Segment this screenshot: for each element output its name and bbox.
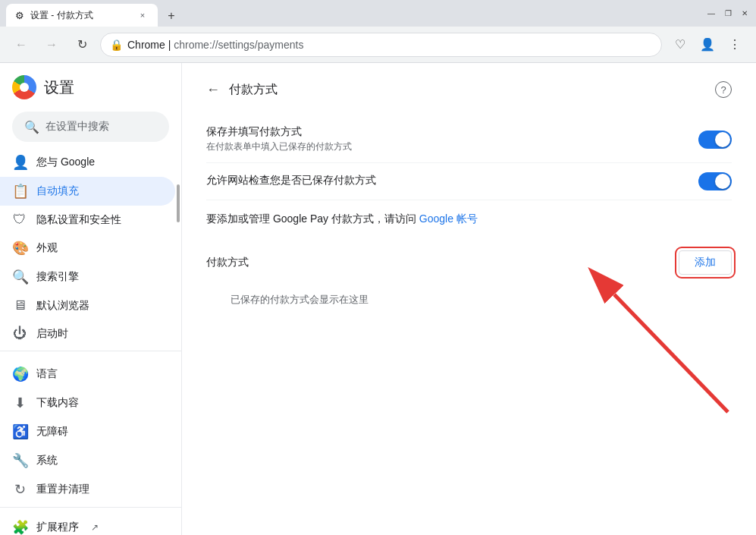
tab-close-button[interactable]: × [136, 9, 149, 21]
toolbar-actions: ♡ 👤 ⋮ [668, 33, 747, 57]
sidebar-item-label: 重置并清理 [36, 483, 89, 496]
extensions-icon: 🧩 [12, 519, 27, 535]
google-account-link[interactable]: Google 帐号 [419, 212, 478, 225]
sidebar-item-search[interactable]: 🔍 搜索引擎 [0, 263, 175, 291]
settings-title: 设置 [44, 77, 74, 98]
setting-desc-save: 在付款表单中填入已保存的付款方式 [206, 140, 352, 153]
window-controls: — ❐ ✕ [706, 8, 750, 19]
empty-state: 已保存的付款方式会显示在这里 [206, 281, 732, 319]
sidebar-item-browser[interactable]: 🖥 默认浏览器 [0, 291, 175, 319]
sidebar-item-label: 外观 [36, 241, 58, 255]
payment-section-header: 付款方式 添加 [206, 238, 732, 281]
google-pay-section: 要添加或管理 Google Pay 付款方式，请访问 Google 帐号 [206, 200, 732, 238]
back-button[interactable]: ← [206, 82, 220, 98]
sidebar-item-reset[interactable]: ↻ 重置并清理 [0, 475, 175, 504]
sidebar-item-language[interactable]: 🌍 语言 [0, 360, 175, 389]
tab-bar: ⚙ 设置 - 付款方式 × + [6, 0, 182, 27]
setting-info-allow: 允许网站检查您是否已保存付款方式 [206, 174, 376, 189]
security-icon: 🔒 [110, 39, 123, 51]
browser-content: 设置 🔍 在设置中搜索 👤 您与 Google 📋 自动填充 🛡 隐私设置和安全… [0, 63, 756, 535]
profile-icon[interactable]: 👤 [695, 33, 720, 57]
bookmark-icon[interactable]: ♡ [668, 33, 692, 57]
page-header: ← 付款方式 ? [206, 81, 732, 98]
sidebar-item-label: 默认浏览器 [36, 299, 89, 313]
sidebar-scrollbar [177, 184, 180, 222]
sidebar-item-label: 搜索引擎 [36, 270, 79, 284]
sidebar-divider [0, 351, 181, 357]
forward-button[interactable]: → [39, 33, 64, 57]
sidebar-header: 设置 [0, 69, 181, 112]
tab-title: 设置 - 付款方式 [30, 9, 93, 22]
autofill-icon: 📋 [12, 183, 27, 200]
sidebar-item-label: 扩展程序 [36, 521, 79, 534]
search-placeholder: 在设置中搜索 [45, 120, 109, 134]
sidebar-item-label: 隐私设置和安全性 [36, 213, 121, 227]
back-button[interactable]: ← [9, 33, 33, 57]
sidebar-item-label: 系统 [36, 454, 58, 467]
search-bar[interactable]: 🔍 在设置中搜索 [12, 112, 169, 142]
sidebar-item-downloads[interactable]: ⬇ 下载内容 [0, 389, 175, 417]
section-label: 付款方式 [206, 256, 249, 269]
sidebar-item-privacy[interactable]: 🛡 隐私设置和安全性 [0, 206, 175, 234]
save-payment-toggle[interactable] [698, 131, 732, 149]
accessibility-icon: ♿ [12, 423, 27, 440]
sidebar-item-label: 启动时 [36, 327, 68, 341]
setting-label-save: 保存并填写付款方式 [206, 125, 352, 139]
refresh-button[interactable]: ↻ [70, 33, 94, 57]
language-icon: 🌍 [12, 366, 27, 382]
close-button[interactable]: ✕ [739, 8, 750, 19]
address-bar[interactable]: 🔒 Chrome | chrome://settings/payments [100, 33, 662, 57]
sidebar-item-system[interactable]: 🔧 系统 [0, 446, 175, 475]
sidebar-item-extensions[interactable]: 🧩 扩展程序 ↗ [0, 513, 175, 535]
page-title: 付款方式 [229, 82, 278, 98]
content-area: ← 付款方式 ? 保存并填写付款方式 在付款表单中填入已保存的付款方式 允许网站… [182, 63, 756, 535]
sidebar-item-label: 下载内容 [36, 396, 79, 410]
titlebar: ⚙ 设置 - 付款方式 × + — ❐ ✕ [0, 0, 756, 27]
page-header-left: ← 付款方式 [206, 82, 278, 98]
system-icon: 🔧 [12, 452, 27, 469]
help-icon[interactable]: ? [715, 81, 732, 98]
save-payment-row: 保存并填写付款方式 在付款表单中填入已保存的付款方式 [206, 116, 732, 163]
browser-toolbar: ← → ↻ 🔒 Chrome | chrome://settings/payme… [0, 27, 756, 63]
minimize-button[interactable]: — [706, 8, 717, 19]
new-tab-button[interactable]: + [161, 5, 182, 27]
chrome-logo [12, 75, 36, 99]
more-options-icon[interactable]: ⋮ [723, 33, 747, 57]
google-pay-text: 要添加或管理 Google Pay 付款方式，请访问 [206, 212, 416, 225]
active-tab[interactable]: ⚙ 设置 - 付款方式 × [6, 4, 158, 27]
allow-check-toggle[interactable] [698, 172, 732, 190]
add-payment-button[interactable]: 添加 [679, 250, 732, 275]
sidebar: 设置 🔍 在设置中搜索 👤 您与 Google 📋 自动填充 🛡 隐私设置和安全… [0, 63, 182, 535]
sidebar-item-label: 语言 [36, 367, 58, 381]
sidebar-item-label: 自动填充 [36, 184, 79, 198]
external-link-icon: ↗ [91, 522, 99, 533]
appearance-icon: 🎨 [12, 240, 27, 256]
sidebar-divider-2 [0, 507, 181, 510]
sidebar-item-label: 您与 Google [36, 156, 95, 169]
sidebar-item-google[interactable]: 👤 您与 Google [0, 148, 175, 177]
maximize-button[interactable]: ❐ [723, 8, 733, 19]
sidebar-item-startup[interactable]: ⏻ 启动时 [0, 319, 175, 348]
address-text: Chrome | chrome://settings/payments [127, 39, 303, 51]
startup-icon: ⏻ [12, 326, 27, 341]
sidebar-item-appearance[interactable]: 🎨 外观 [0, 234, 175, 263]
tab-favicon: ⚙ [15, 10, 24, 21]
allow-check-row: 允许网站检查您是否已保存付款方式 [206, 163, 732, 200]
reset-icon: ↻ [12, 481, 27, 498]
sidebar-item-autofill[interactable]: 📋 自动填充 [0, 177, 175, 206]
sidebar-item-accessibility[interactable]: ♿ 无障碍 [0, 417, 175, 446]
sidebar-item-label: 无障碍 [36, 425, 68, 439]
setting-label-allow: 允许网站检查您是否已保存付款方式 [206, 174, 376, 187]
search-container: 🔍 在设置中搜索 [0, 112, 181, 148]
search-icon: 🔍 [12, 269, 27, 285]
browser-icon: 🖥 [12, 297, 27, 313]
search-icon: 🔍 [24, 120, 39, 134]
download-icon: ⬇ [12, 395, 27, 411]
setting-info-save: 保存并填写付款方式 在付款表单中填入已保存的付款方式 [206, 125, 352, 153]
shield-icon: 🛡 [12, 212, 27, 228]
google-icon: 👤 [12, 154, 27, 171]
